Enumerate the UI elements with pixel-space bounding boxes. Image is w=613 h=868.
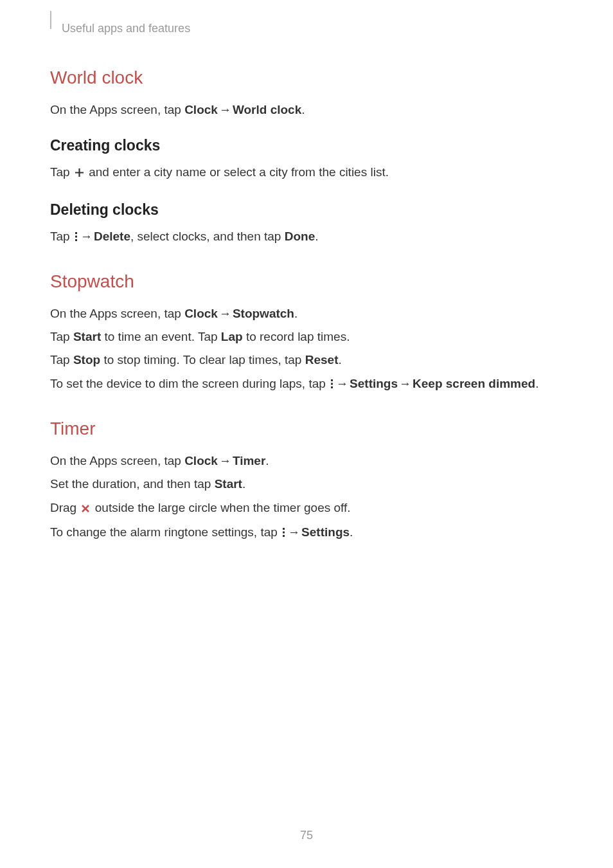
text: to stop timing. To clear lap times, tap (100, 353, 305, 366)
arrow-icon: → (219, 100, 231, 120)
svg-rect-7 (283, 531, 285, 533)
text: To change the alarm ringtone settings, t… (50, 525, 281, 539)
text: and enter a city name or select a city f… (85, 165, 389, 179)
stopwatch-line1: On the Apps screen, tap Clock → Stopwatc… (50, 303, 563, 324)
bold-done: Done (285, 230, 315, 243)
timer-line1: On the Apps screen, tap Clock → Timer. (50, 451, 563, 471)
svg-rect-5 (331, 386, 333, 388)
text: to record lap times. (243, 330, 350, 343)
section-timer: Timer On the Apps screen, tap Clock → Ti… (50, 419, 563, 544)
arrow-icon: → (219, 451, 231, 471)
stopwatch-line4: To set the device to dim the screen duri… (50, 374, 563, 395)
text: Tap (50, 353, 73, 366)
page-header: Useful apps and features (50, 22, 563, 35)
text: Tap (50, 165, 73, 179)
plus-icon (75, 163, 84, 184)
section-stopwatch: Stopwatch On the Apps screen, tap Clock … (50, 271, 563, 395)
svg-rect-4 (331, 383, 333, 384)
bold-clock: Clock (184, 454, 218, 467)
text: On the Apps screen, tap (50, 103, 184, 116)
text: . (535, 377, 538, 390)
text: To set the device to dim the screen duri… (50, 377, 329, 390)
text: On the Apps screen, tap (50, 307, 184, 320)
text: On the Apps screen, tap (50, 454, 184, 467)
bold-delete: Delete (94, 230, 130, 243)
text: . (265, 454, 269, 467)
timer-line2: Set the duration, and then tap Start. (50, 474, 563, 494)
text: , select clocks, and then tap (130, 230, 285, 243)
text: Tap (50, 230, 73, 243)
text: . (294, 307, 298, 320)
arrow-icon: → (399, 374, 411, 394)
section-title-stopwatch: Stopwatch (50, 271, 563, 292)
text: outside the large circle when the timer … (91, 501, 350, 514)
more-options-icon (75, 228, 78, 248)
text: Tap (50, 330, 73, 343)
svg-rect-6 (283, 528, 285, 530)
bold-start: Start (215, 477, 242, 491)
arrow-icon: → (219, 303, 231, 324)
bold-settings: Settings (350, 377, 398, 390)
bold-stop: Stop (73, 353, 100, 366)
text: . (350, 525, 353, 539)
subsection-creating-clocks: Creating clocks (50, 137, 563, 154)
svg-rect-2 (75, 239, 77, 241)
svg-rect-3 (331, 379, 333, 381)
breadcrumb: Useful apps and features (62, 22, 190, 35)
section-title-world-clock: World clock (50, 68, 563, 88)
text: . (338, 353, 341, 366)
text: Drag (50, 501, 80, 514)
text: . (242, 477, 245, 491)
bold-timer: Timer (233, 454, 265, 467)
text: . (301, 103, 305, 116)
text: to time an event. Tap (101, 330, 221, 343)
subsection-deleting-clocks: Deleting clocks (50, 201, 563, 219)
bold-settings: Settings (301, 525, 350, 539)
creating-clocks-body: Tap and enter a city name or select a ci… (50, 162, 563, 184)
arrow-icon: → (288, 522, 300, 543)
section-title-timer: Timer (50, 419, 563, 439)
deleting-clocks-body: Tap → Delete, select clocks, and then ta… (50, 226, 563, 248)
svg-rect-0 (75, 232, 77, 234)
bold-reset: Reset (305, 353, 339, 366)
text: . (315, 230, 318, 243)
bold-clock: Clock (184, 307, 218, 320)
arrow-icon: → (80, 226, 93, 247)
bold-stopwatch: Stopwatch (233, 307, 294, 320)
bold-start: Start (73, 330, 101, 343)
bold-world-clock: World clock (233, 103, 301, 116)
close-x-icon (81, 499, 90, 520)
bold-lap: Lap (221, 330, 243, 343)
bold-keep-screen-dimmed: Keep screen dimmed (413, 377, 535, 390)
page-content: Useful apps and features World clock On … (0, 0, 613, 544)
world-clock-intro: On the Apps screen, tap Clock → World cl… (50, 100, 563, 120)
bold-clock: Clock (184, 103, 218, 116)
section-world-clock: World clock On the Apps screen, tap Cloc… (50, 68, 563, 248)
more-options-icon (282, 523, 285, 544)
stopwatch-line2: Tap Start to time an event. Tap Lap to r… (50, 327, 563, 347)
text: Set the duration, and then tap (50, 477, 215, 491)
arrow-icon: → (336, 374, 348, 394)
more-options-icon (330, 375, 333, 395)
stopwatch-line3: Tap Stop to stop timing. To clear lap ti… (50, 350, 563, 370)
timer-line3: Drag outside the large circle when the t… (50, 498, 563, 520)
header-divider (50, 11, 51, 29)
timer-line4: To change the alarm ringtone settings, t… (50, 522, 563, 544)
svg-rect-8 (283, 535, 285, 537)
svg-rect-1 (75, 235, 77, 237)
page-number: 75 (0, 829, 613, 842)
